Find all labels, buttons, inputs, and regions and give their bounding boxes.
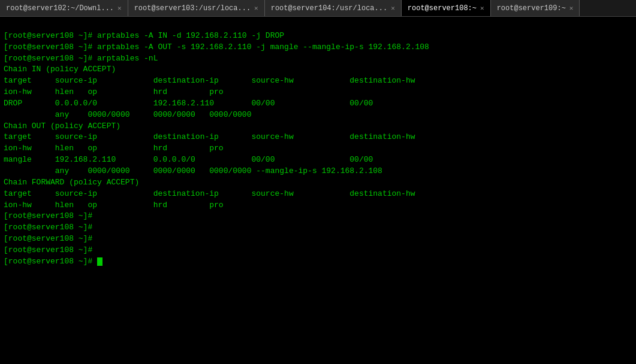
terminal-line: [root@server108 ~]# <box>4 256 632 268</box>
tab-tab1[interactable]: root@server102:~/Downl...✕ <box>0 0 128 16</box>
terminal-line: [root@server108 ~]# <box>4 245 632 256</box>
tab-label: root@server109:~ <box>497 4 566 13</box>
tab-tab5[interactable]: root@server109:~✕ <box>491 0 580 16</box>
tab-label: root@server103:/usr/loca... <box>134 4 251 13</box>
terminal-line: DROP 0.0.0.0/0 192.168.2.110 00/00 00/00 <box>4 98 632 110</box>
tab-close-icon[interactable]: ✕ <box>117 4 122 12</box>
tab-label: root@server102:~/Downl... <box>6 4 114 13</box>
terminal-line: any 0000/0000 0000/0000 0000/0000 <box>4 110 632 121</box>
terminal-line: ion-hw hlen op hrd pro <box>4 87 632 98</box>
terminal-line: mangle 192.168.2.110 0.0.0.0/0 00/00 00/… <box>4 154 632 166</box>
terminal-line: [root@server108 ~]# <box>4 233 632 245</box>
terminal-line: Chain OUT (policy ACCEPT) <box>4 121 632 132</box>
tab-bar: root@server102:~/Downl...✕root@server103… <box>0 0 636 17</box>
tab-tab3[interactable]: root@server104:/usr/loca...✕ <box>265 0 402 16</box>
terminal-line: Chain FORWARD (policy ACCEPT) <box>4 177 632 189</box>
terminal-line: ion-hw hlen op hrd pro <box>4 200 632 211</box>
tab-close-icon[interactable]: ✕ <box>480 4 484 12</box>
terminal-line: [root@server108 ~]# <box>4 211 632 222</box>
terminal-line: [root@server108 ~]# arptables -A IN -d 1… <box>4 31 632 42</box>
terminal-line: any 0000/0000 0000/0000 0000/0000 --mang… <box>4 166 632 177</box>
tab-label: root@server108:~ <box>408 4 477 13</box>
terminal-line: target source-ip destination-ip source-h… <box>4 75 632 87</box>
tab-close-icon[interactable]: ✕ <box>391 4 395 12</box>
terminal-cursor <box>97 257 103 266</box>
terminal-line: Chain IN (policy ACCEPT) <box>4 64 632 75</box>
terminal-line: [root@server108 ~]# arptables -nL <box>4 53 632 65</box>
terminal-line: target source-ip destination-ip source-h… <box>4 189 632 200</box>
tab-close-icon[interactable]: ✕ <box>569 4 574 12</box>
terminal-line: target source-ip destination-ip source-h… <box>4 132 632 143</box>
terminal: [root@server108 ~]# arptables -A IN -d 1… <box>0 17 636 364</box>
tab-tab2[interactable]: root@server103:/usr/loca...✕ <box>128 0 265 16</box>
terminal-line: ion-hw hlen op hrd pro <box>4 143 632 154</box>
terminal-line: [root@server108 ~]# arptables -A OUT -s … <box>4 42 632 53</box>
tab-close-icon[interactable]: ✕ <box>254 4 258 12</box>
tab-label: root@server104:/usr/loca... <box>271 4 387 13</box>
tab-tab4[interactable]: root@server108:~✕ <box>402 0 491 16</box>
terminal-line: [root@server108 ~]# <box>4 222 632 233</box>
